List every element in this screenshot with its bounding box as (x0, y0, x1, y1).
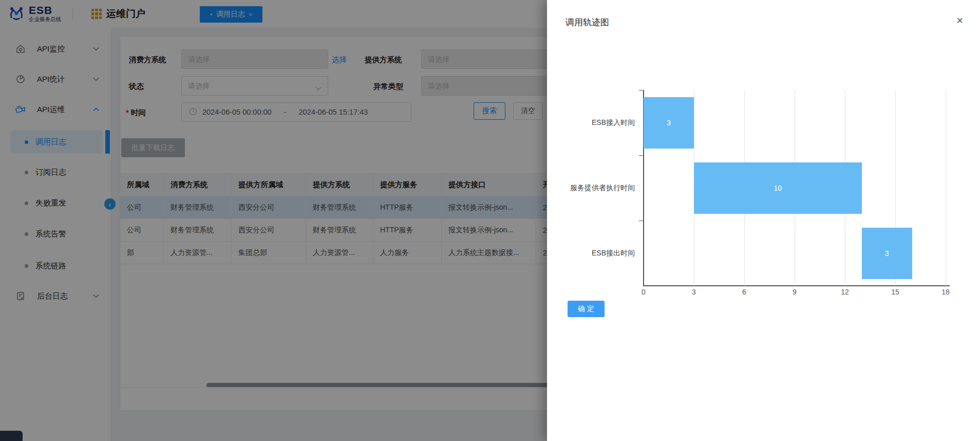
y-axis-tick (639, 220, 643, 221)
trace-drawer: 调用轨迹图 ✕ ESB接入时间服务提供者执行时间ESB接出时间 3103 036… (547, 0, 980, 441)
y-axis-tick (639, 90, 643, 90)
gridline (946, 90, 946, 286)
bar-value-label: 3 (885, 249, 889, 258)
x-tick-label: 9 (793, 288, 797, 296)
drawer-title: 调用轨迹图 (566, 16, 609, 28)
chart-bar: 3 (862, 228, 912, 279)
chart-category-label: ESB接入时间 (561, 90, 639, 155)
x-tick-label: 6 (742, 288, 746, 296)
chart-x-tick-labels: 0369121518 (644, 288, 950, 298)
y-axis-tick (639, 155, 643, 156)
confirm-button[interactable]: 确 定 (568, 301, 605, 317)
chart-category-labels: ESB接入时间服务提供者执行时间ESB接出时间 (561, 90, 639, 286)
x-tick-label: 18 (941, 288, 950, 296)
chart-bar: 3 (644, 97, 694, 149)
x-tick-label: 3 (692, 288, 696, 296)
x-tick-label: 15 (891, 288, 899, 296)
bar-value-label: 10 (774, 184, 782, 192)
bar-value-label: 3 (667, 119, 671, 127)
x-tick-label: 0 (642, 288, 646, 296)
chart-category-label: ESB接出时间 (561, 220, 639, 286)
x-tick-label: 12 (841, 288, 849, 296)
chart-x-axis (643, 285, 950, 286)
close-icon[interactable]: ✕ (956, 15, 964, 26)
chart-category-label: 服务提供者执行时间 (561, 155, 639, 220)
chart-bar: 10 (694, 162, 862, 214)
chart-plot: 3103 (644, 90, 946, 286)
